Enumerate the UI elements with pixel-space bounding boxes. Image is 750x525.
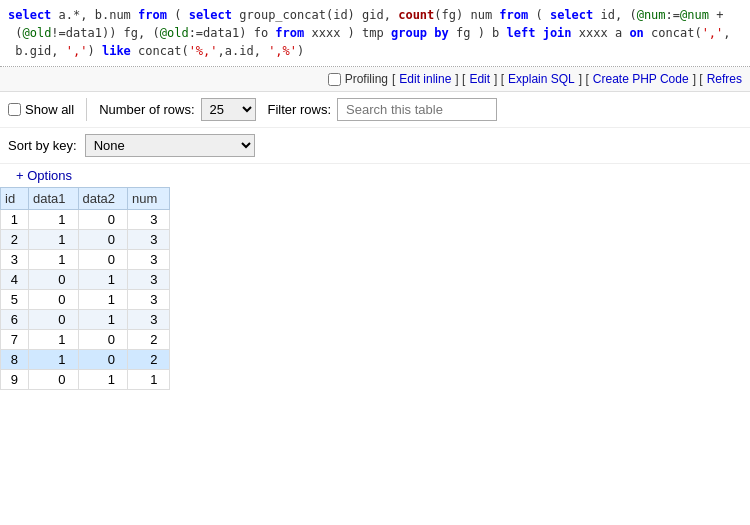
- profiling-checkbox[interactable]: [328, 73, 341, 86]
- options-link[interactable]: + Options: [8, 164, 80, 187]
- cell-num: 3: [128, 270, 170, 290]
- cell-id: 1: [1, 210, 29, 230]
- profiling-bar: Profiling [ Edit inline ] [ Edit ] [ Exp…: [0, 67, 750, 92]
- cell-id: 9: [1, 370, 29, 390]
- cell-data2: 0: [78, 330, 128, 350]
- edit-inline-link[interactable]: Edit inline: [399, 72, 451, 86]
- cell-id: 7: [1, 330, 29, 350]
- explain-sql-link[interactable]: Explain SQL: [508, 72, 575, 86]
- table-row[interactable]: 6013: [1, 310, 170, 330]
- table-row[interactable]: 4013: [1, 270, 170, 290]
- table-wrap: id data1 data2 num 110321033103401350136…: [0, 187, 750, 390]
- table-row[interactable]: 8102: [1, 350, 170, 370]
- show-all-checkbox[interactable]: [8, 103, 21, 116]
- profiling-checkbox-label[interactable]: Profiling: [328, 72, 388, 86]
- sql-text: select a.*, b.num from ( select group_co…: [8, 8, 731, 58]
- cell-id: 6: [1, 310, 29, 330]
- table-row[interactable]: 1103: [1, 210, 170, 230]
- cell-data2: 0: [78, 210, 128, 230]
- cell-data1: 0: [29, 370, 79, 390]
- data-table: id data1 data2 num 110321033103401350136…: [0, 187, 170, 390]
- table-header-row: id data1 data2 num: [1, 188, 170, 210]
- cell-data1: 1: [29, 210, 79, 230]
- cell-num: 2: [128, 350, 170, 370]
- cell-data2: 1: [78, 290, 128, 310]
- cell-data1: 1: [29, 250, 79, 270]
- filter-rows-label: Filter rows:: [268, 102, 332, 117]
- options-container: + Options: [0, 164, 750, 187]
- sort-by-key-select[interactable]: None: [85, 134, 255, 157]
- cell-num: 3: [128, 210, 170, 230]
- cell-num: 3: [128, 290, 170, 310]
- cell-data1: 0: [29, 290, 79, 310]
- controls-row: Show all Number of rows: 25 50 100 Filte…: [0, 92, 750, 128]
- col-header-data1[interactable]: data1: [29, 188, 79, 210]
- cell-data2: 0: [78, 230, 128, 250]
- num-rows-label: Number of rows:: [99, 102, 194, 117]
- cell-data2: 1: [78, 270, 128, 290]
- col-header-num[interactable]: num: [128, 188, 170, 210]
- cell-data2: 0: [78, 250, 128, 270]
- cell-data1: 0: [29, 270, 79, 290]
- cell-data2: 1: [78, 310, 128, 330]
- show-all-text: Show all: [25, 102, 74, 117]
- sort-row: Sort by key: None: [0, 128, 750, 164]
- cell-num: 3: [128, 230, 170, 250]
- cell-data1: 1: [29, 330, 79, 350]
- cell-data2: 0: [78, 350, 128, 370]
- cell-id: 5: [1, 290, 29, 310]
- cell-data1: 1: [29, 230, 79, 250]
- profiling-label: Profiling: [345, 72, 388, 86]
- sql-display: select a.*, b.num from ( select group_co…: [0, 0, 750, 67]
- cell-id: 4: [1, 270, 29, 290]
- cell-data1: 0: [29, 310, 79, 330]
- table-row[interactable]: 2103: [1, 230, 170, 250]
- col-header-data2[interactable]: data2: [78, 188, 128, 210]
- col-header-id[interactable]: id: [1, 188, 29, 210]
- num-rows-container: Number of rows: 25 50 100: [86, 98, 255, 121]
- edit-link[interactable]: Edit: [469, 72, 490, 86]
- cell-num: 3: [128, 310, 170, 330]
- table-row[interactable]: 9011: [1, 370, 170, 390]
- cell-id: 8: [1, 350, 29, 370]
- search-input[interactable]: [337, 98, 497, 121]
- cell-id: 3: [1, 250, 29, 270]
- sort-by-key-label: Sort by key:: [8, 138, 77, 153]
- cell-num: 3: [128, 250, 170, 270]
- cell-num: 2: [128, 330, 170, 350]
- cell-id: 2: [1, 230, 29, 250]
- num-rows-select[interactable]: 25 50 100: [201, 98, 256, 121]
- create-php-code-link[interactable]: Create PHP Code: [593, 72, 689, 86]
- filter-rows-container: Filter rows:: [268, 98, 498, 121]
- cell-num: 1: [128, 370, 170, 390]
- cell-data2: 1: [78, 370, 128, 390]
- table-row[interactable]: 7102: [1, 330, 170, 350]
- cell-data1: 1: [29, 350, 79, 370]
- table-row[interactable]: 5013: [1, 290, 170, 310]
- table-row[interactable]: 3103: [1, 250, 170, 270]
- refresh-link[interactable]: Refres: [707, 72, 742, 86]
- show-all-label[interactable]: Show all: [8, 102, 74, 117]
